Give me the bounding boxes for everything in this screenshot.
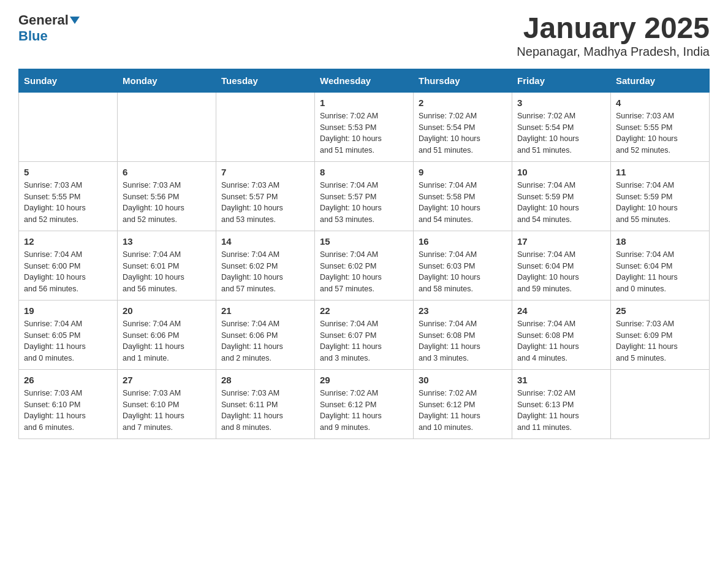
calendar-day-header: Monday: [118, 69, 216, 92]
day-info: Sunrise: 7:04 AM Sunset: 5:59 PM Dayligh…: [517, 180, 605, 226]
day-number: 17: [517, 236, 605, 247]
calendar-header-row: SundayMondayTuesdayWednesdayThursdayFrid…: [19, 69, 710, 92]
page-subtitle: Nepanagar, Madhya Pradesh, India: [517, 45, 710, 59]
calendar-day-cell: 10Sunrise: 7:04 AM Sunset: 5:59 PM Dayli…: [512, 161, 611, 231]
calendar-day-cell: 4Sunrise: 7:03 AM Sunset: 5:55 PM Daylig…: [611, 92, 710, 161]
day-number: 3: [517, 98, 605, 108]
day-info: Sunrise: 7:03 AM Sunset: 6:09 PM Dayligh…: [616, 318, 704, 364]
day-info: Sunrise: 7:04 AM Sunset: 6:02 PM Dayligh…: [221, 249, 309, 295]
calendar-day-cell: [19, 92, 118, 161]
day-number: 29: [320, 375, 408, 385]
day-number: 28: [221, 375, 309, 385]
logo-triangle-icon: [70, 17, 80, 24]
day-number: 22: [320, 305, 408, 316]
day-info: Sunrise: 7:03 AM Sunset: 6:10 PM Dayligh…: [24, 388, 112, 434]
page-header: General Blue January 2025 Nepanagar, Mad…: [18, 12, 710, 59]
calendar-day-cell: 31Sunrise: 7:02 AM Sunset: 6:13 PM Dayli…: [512, 369, 611, 439]
day-info: Sunrise: 7:04 AM Sunset: 6:07 PM Dayligh…: [320, 318, 408, 364]
day-info: Sunrise: 7:04 AM Sunset: 6:03 PM Dayligh…: [419, 249, 507, 295]
calendar-day-cell: 21Sunrise: 7:04 AM Sunset: 6:06 PM Dayli…: [216, 300, 315, 369]
calendar-week-row: 5Sunrise: 7:03 AM Sunset: 5:55 PM Daylig…: [19, 161, 710, 231]
calendar-day-cell: 17Sunrise: 7:04 AM Sunset: 6:04 PM Dayli…: [512, 231, 611, 300]
logo: General Blue: [18, 12, 80, 44]
day-number: 21: [221, 305, 309, 316]
day-info: Sunrise: 7:04 AM Sunset: 5:59 PM Dayligh…: [616, 180, 704, 226]
day-number: 8: [320, 167, 408, 177]
day-info: Sunrise: 7:04 AM Sunset: 6:00 PM Dayligh…: [24, 249, 112, 295]
day-number: 1: [320, 98, 408, 108]
day-info: Sunrise: 7:03 AM Sunset: 5:57 PM Dayligh…: [221, 180, 309, 226]
calendar-day-cell: 24Sunrise: 7:04 AM Sunset: 6:08 PM Dayli…: [512, 300, 611, 369]
calendar-header: SundayMondayTuesdayWednesdayThursdayFrid…: [19, 69, 710, 92]
day-info: Sunrise: 7:03 AM Sunset: 5:56 PM Dayligh…: [123, 180, 211, 226]
calendar-day-cell: 3Sunrise: 7:02 AM Sunset: 5:54 PM Daylig…: [512, 92, 611, 161]
day-number: 14: [221, 236, 309, 247]
day-info: Sunrise: 7:02 AM Sunset: 5:53 PM Dayligh…: [320, 110, 408, 156]
day-info: Sunrise: 7:03 AM Sunset: 5:55 PM Dayligh…: [616, 110, 704, 156]
day-number: 26: [24, 375, 112, 385]
calendar-day-cell: 28Sunrise: 7:03 AM Sunset: 6:11 PM Dayli…: [216, 369, 315, 439]
calendar-day-cell: 25Sunrise: 7:03 AM Sunset: 6:09 PM Dayli…: [611, 300, 710, 369]
day-number: 12: [24, 236, 112, 247]
day-number: 30: [419, 375, 507, 385]
page-title: January 2025: [517, 12, 710, 45]
calendar-day-cell: 13Sunrise: 7:04 AM Sunset: 6:01 PM Dayli…: [118, 231, 216, 300]
day-number: 23: [419, 305, 507, 316]
day-number: 7: [221, 167, 309, 177]
day-number: 24: [517, 305, 605, 316]
day-info: Sunrise: 7:04 AM Sunset: 6:06 PM Dayligh…: [221, 318, 309, 364]
calendar-day-cell: 7Sunrise: 7:03 AM Sunset: 5:57 PM Daylig…: [216, 161, 315, 231]
day-number: 10: [517, 167, 605, 177]
calendar-day-header: Wednesday: [315, 69, 414, 92]
day-number: 11: [616, 167, 704, 177]
day-info: Sunrise: 7:03 AM Sunset: 6:10 PM Dayligh…: [123, 388, 211, 434]
day-info: Sunrise: 7:04 AM Sunset: 6:05 PM Dayligh…: [24, 318, 112, 364]
calendar-day-header: Tuesday: [216, 69, 315, 92]
calendar-week-row: 1Sunrise: 7:02 AM Sunset: 5:53 PM Daylig…: [19, 92, 710, 161]
title-block: January 2025 Nepanagar, Madhya Pradesh, …: [517, 12, 710, 59]
calendar-day-cell: 15Sunrise: 7:04 AM Sunset: 6:02 PM Dayli…: [315, 231, 414, 300]
day-number: 31: [517, 375, 605, 385]
day-number: 27: [123, 375, 211, 385]
day-info: Sunrise: 7:02 AM Sunset: 6:12 PM Dayligh…: [320, 388, 408, 434]
day-number: 6: [123, 167, 211, 177]
day-info: Sunrise: 7:04 AM Sunset: 6:08 PM Dayligh…: [419, 318, 507, 364]
calendar-week-row: 19Sunrise: 7:04 AM Sunset: 6:05 PM Dayli…: [19, 300, 710, 369]
calendar-day-cell: 2Sunrise: 7:02 AM Sunset: 5:54 PM Daylig…: [414, 92, 512, 161]
calendar-day-cell: [118, 92, 216, 161]
day-info: Sunrise: 7:02 AM Sunset: 5:54 PM Dayligh…: [419, 110, 507, 156]
calendar-day-cell: 16Sunrise: 7:04 AM Sunset: 6:03 PM Dayli…: [414, 231, 512, 300]
calendar-day-cell: 23Sunrise: 7:04 AM Sunset: 6:08 PM Dayli…: [414, 300, 512, 369]
calendar-day-cell: 8Sunrise: 7:04 AM Sunset: 5:57 PM Daylig…: [315, 161, 414, 231]
calendar-day-cell: 29Sunrise: 7:02 AM Sunset: 6:12 PM Dayli…: [315, 369, 414, 439]
calendar-week-row: 26Sunrise: 7:03 AM Sunset: 6:10 PM Dayli…: [19, 369, 710, 439]
day-number: 18: [616, 236, 704, 247]
day-info: Sunrise: 7:04 AM Sunset: 6:08 PM Dayligh…: [517, 318, 605, 364]
calendar-day-cell: 6Sunrise: 7:03 AM Sunset: 5:56 PM Daylig…: [118, 161, 216, 231]
day-info: Sunrise: 7:02 AM Sunset: 6:12 PM Dayligh…: [419, 388, 507, 434]
calendar-day-cell: 1Sunrise: 7:02 AM Sunset: 5:53 PM Daylig…: [315, 92, 414, 161]
calendar-body: 1Sunrise: 7:02 AM Sunset: 5:53 PM Daylig…: [19, 92, 710, 439]
day-info: Sunrise: 7:02 AM Sunset: 6:13 PM Dayligh…: [517, 388, 605, 434]
calendar-day-header: Sunday: [19, 69, 118, 92]
calendar-day-cell: [611, 369, 710, 439]
day-info: Sunrise: 7:03 AM Sunset: 5:55 PM Dayligh…: [24, 180, 112, 226]
calendar-day-header: Friday: [512, 69, 611, 92]
calendar-day-cell: 19Sunrise: 7:04 AM Sunset: 6:05 PM Dayli…: [19, 300, 118, 369]
day-info: Sunrise: 7:04 AM Sunset: 5:58 PM Dayligh…: [419, 180, 507, 226]
day-number: 2: [419, 98, 507, 108]
day-number: 25: [616, 305, 704, 316]
day-number: 19: [24, 305, 112, 316]
day-info: Sunrise: 7:03 AM Sunset: 6:11 PM Dayligh…: [221, 388, 309, 434]
calendar-day-cell: 5Sunrise: 7:03 AM Sunset: 5:55 PM Daylig…: [19, 161, 118, 231]
day-number: 5: [24, 167, 112, 177]
day-number: 15: [320, 236, 408, 247]
day-info: Sunrise: 7:04 AM Sunset: 6:02 PM Dayligh…: [320, 249, 408, 295]
calendar-day-cell: 11Sunrise: 7:04 AM Sunset: 5:59 PM Dayli…: [611, 161, 710, 231]
logo-blue: Blue: [18, 28, 48, 44]
calendar-day-cell: 22Sunrise: 7:04 AM Sunset: 6:07 PM Dayli…: [315, 300, 414, 369]
calendar-day-cell: 9Sunrise: 7:04 AM Sunset: 5:58 PM Daylig…: [414, 161, 512, 231]
logo-general: General: [18, 12, 69, 28]
day-number: 16: [419, 236, 507, 247]
day-number: 13: [123, 236, 211, 247]
